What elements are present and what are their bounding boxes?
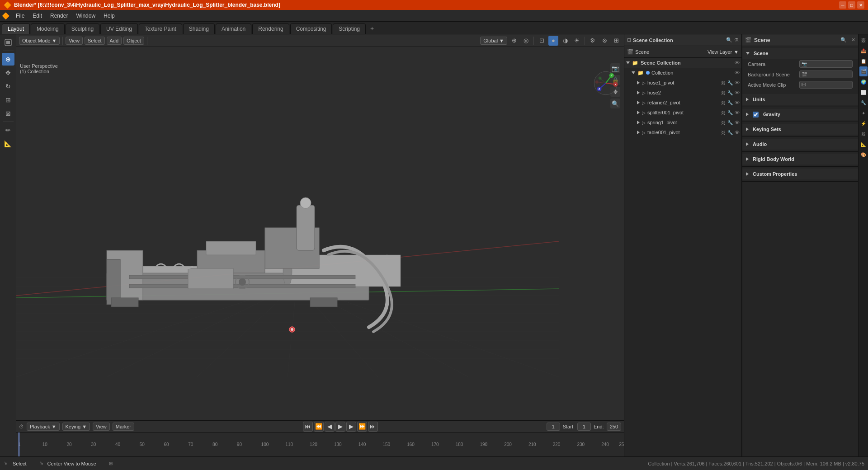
prop-tab-modifier[interactable]: 🔧 [859, 98, 868, 108]
prop-tab-output[interactable]: 📤 [859, 46, 868, 56]
viewport-shading-solid[interactable]: ● [548, 36, 558, 46]
prop-tab-object-data[interactable]: 📐 [859, 139, 868, 149]
start-frame-input[interactable]: 1 [577, 423, 591, 431]
view-menu-btn[interactable]: View [66, 37, 83, 45]
col-eye-icon[interactable]: 👁 [735, 70, 740, 75]
camera-value[interactable]: 📷 [799, 60, 853, 68]
outliner-item-retainer2[interactable]: ▷ retainer2_pivot ⛓ 🔧 👁 [624, 98, 741, 108]
prop-tab-material[interactable]: 🎨 [859, 150, 868, 160]
tab-scripting[interactable]: Scripting [333, 24, 366, 34]
h1-eye-icon[interactable]: 👁 [735, 80, 740, 85]
prev-frame-btn[interactable]: ◀ [325, 422, 335, 432]
bg-scene-value[interactable]: 🎬 [799, 70, 853, 78]
global-orientation-btn[interactable]: Global ▼ [480, 37, 507, 45]
scene-section-header[interactable]: Scene [742, 48, 858, 59]
prop-search-icon[interactable]: 🔍 [840, 37, 847, 43]
gravity-section-header[interactable]: Gravity [742, 109, 858, 120]
outliner-collection[interactable]: 📁 Collection 👁 [624, 68, 741, 78]
prev-keyframe-btn[interactable]: ⏪ [314, 422, 324, 432]
h2-eye-icon[interactable]: 👁 [735, 90, 740, 95]
rigid-body-header[interactable]: Rigid Body World [742, 154, 858, 164]
prop-tab-constraint[interactable]: ⛓ [859, 129, 868, 139]
menu-file[interactable]: File [12, 12, 28, 20]
select-menu-btn[interactable]: Select [85, 37, 105, 45]
viewport-shading-wire[interactable]: ⊡ [537, 36, 547, 46]
tool-transform[interactable]: ⊠ [2, 107, 14, 120]
prop-tab-view-layer[interactable]: 📋 [859, 56, 868, 66]
menu-help[interactable]: Help [100, 12, 118, 20]
viewport-mode-selector[interactable]: Object Mode ▼ [19, 37, 60, 45]
proportional-btn[interactable]: ◎ [521, 36, 531, 46]
prop-tab-render[interactable]: 🖼 [859, 35, 868, 45]
overlay-btn[interactable]: ⊗ [599, 36, 609, 46]
sp1-eye-icon[interactable]: 👁 [735, 120, 740, 125]
close-button[interactable]: ✕ [857, 1, 864, 9]
jump-to-start-btn[interactable]: ⏮ [303, 422, 313, 432]
tab-texture-paint[interactable]: Texture Paint [139, 24, 182, 34]
menu-edit[interactable]: Edit [29, 12, 46, 20]
t1-eye-icon[interactable]: 👁 [735, 130, 740, 135]
menu-window[interactable]: Window [72, 12, 99, 20]
view-menu[interactable]: View [93, 423, 110, 431]
gravity-checkbox[interactable] [753, 112, 759, 118]
sc-eye-icon[interactable]: 👁 [735, 60, 740, 66]
object-menu-btn[interactable]: Object [123, 37, 144, 45]
current-frame-display[interactable]: 1 [547, 423, 560, 431]
scene-selector[interactable]: 🎬 Scene [627, 49, 649, 55]
tool-rotate[interactable]: ↻ [2, 80, 14, 93]
outliner-item-splitter001[interactable]: ▷ splitter001_pivot ⛓ 🔧 👁 [624, 108, 741, 118]
playback-menu[interactable]: Playback ▼ [27, 423, 60, 431]
s1-eye-icon[interactable]: 👁 [735, 110, 740, 115]
keying-menu[interactable]: Keying ▼ [62, 423, 90, 431]
tab-animation[interactable]: Animation [216, 24, 251, 34]
tool-measure[interactable]: 📐 [2, 137, 14, 150]
tab-sculpting[interactable]: Sculpting [66, 24, 99, 34]
tab-uv-editing[interactable]: UV Editing [100, 24, 138, 34]
next-keyframe-btn[interactable]: ⏩ [357, 422, 367, 432]
snap-btn[interactable]: ⊕ [509, 36, 519, 46]
add-menu-btn[interactable]: Add [107, 37, 122, 45]
tab-compositing[interactable]: Compositing [290, 24, 332, 34]
maximize-button[interactable]: □ [848, 1, 855, 9]
timeline-icon[interactable]: ⏱ [19, 424, 24, 429]
add-workspace-button[interactable]: + [367, 23, 377, 34]
outliner-search-icon[interactable]: 🔍 [726, 37, 732, 43]
tool-move[interactable]: ✥ [2, 66, 14, 79]
outliner-item-spring1[interactable]: ▷ spring1_pivot ⛓ 🔧 👁 [624, 118, 741, 127]
next-frame-btn[interactable]: ▶ [346, 422, 356, 432]
viewport-3d[interactable]: Object Mode ▼ View Select Add Object Glo… [16, 34, 624, 420]
view-layer-selector[interactable]: View Layer ▼ [708, 49, 739, 55]
tool-cursor[interactable]: ⊕ [2, 53, 14, 66]
prop-close-icon[interactable]: ✕ [851, 37, 855, 43]
prop-tab-scene[interactable]: 🎬 [859, 66, 868, 76]
prop-tab-world[interactable]: 🌍 [859, 77, 868, 87]
menu-render[interactable]: Render [47, 12, 71, 20]
axis-gizmo[interactable]: Y X Z [592, 70, 619, 97]
movie-clip-value[interactable]: 🎞 [799, 81, 853, 89]
tab-modeling[interactable]: Modeling [31, 24, 65, 34]
window-controls[interactable]: ─ □ ✕ [839, 1, 864, 9]
tab-shading[interactable]: Shading [183, 24, 215, 34]
scene-settings-btn[interactable]: ⚙ [588, 36, 598, 46]
gizmo-btn[interactable]: ⊞ [611, 36, 621, 46]
tab-rendering[interactable]: Rendering [252, 24, 289, 34]
nav-zoom[interactable]: 🔍 [610, 99, 620, 108]
tool-annotate[interactable]: ✏ [2, 124, 14, 136]
minimize-button[interactable]: ─ [839, 1, 846, 9]
jump-to-end-btn[interactable]: ⏭ [368, 422, 378, 432]
keying-sets-header[interactable]: Keying Sets [742, 124, 858, 135]
viewport-shading-material[interactable]: ◑ [560, 36, 570, 46]
outliner-item-hose1[interactable]: ▷ hose1_pivot ⛓ 🔧 👁 [624, 78, 741, 88]
tab-layout[interactable]: Layout [2, 24, 30, 34]
viewport-shading-render[interactable]: ☀ [572, 36, 582, 46]
r2-eye-icon[interactable]: 👁 [735, 100, 740, 105]
outliner-filter-icon[interactable]: ⚗ [734, 37, 739, 43]
outliner-scene-collection[interactable]: 📁 Scene Collection 👁 [624, 58, 741, 68]
tool-scale[interactable]: ⊞ [2, 94, 14, 106]
marker-menu[interactable]: Marker [113, 423, 134, 431]
play-btn[interactable]: ▶ [335, 422, 345, 432]
audio-section-header[interactable]: Audio [742, 139, 858, 150]
outliner-item-table001[interactable]: ▷ table001_pivot ⛓ 🔧 👁 [624, 127, 741, 137]
end-frame-input[interactable]: 250 [607, 423, 621, 431]
units-section-header[interactable]: Units [742, 94, 858, 105]
